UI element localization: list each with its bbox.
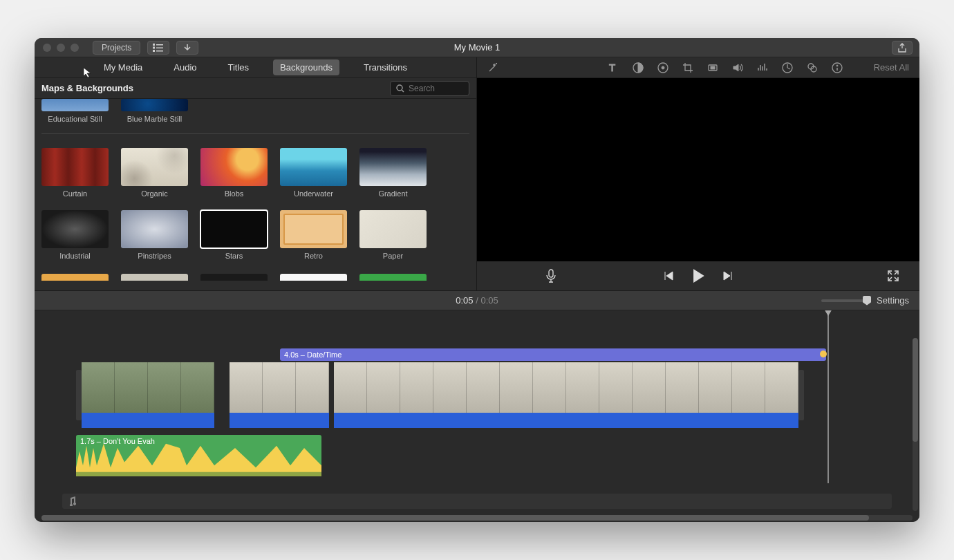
- library-list-icon[interactable]: [147, 41, 169, 55]
- title-clip[interactable]: 4.0s – Date/Time: [280, 348, 826, 361]
- svg-rect-13: [711, 66, 715, 69]
- volume-icon[interactable]: [732, 62, 743, 73]
- browser-section-title: Maps & Backgrounds: [41, 83, 133, 93]
- svg-line-7: [402, 90, 404, 92]
- enhance-wand-icon[interactable]: [487, 62, 498, 73]
- bg-gradient[interactable]: Gradient: [359, 148, 427, 198]
- prev-frame-icon[interactable]: [663, 270, 674, 281]
- waveform-icon: [76, 435, 321, 476]
- tab-audio[interactable]: Audio: [167, 59, 203, 75]
- vertical-scrollbar[interactable]: [913, 338, 918, 511]
- svg-rect-0: [153, 44, 155, 46]
- bg-paper[interactable]: Paper: [359, 210, 427, 260]
- bg-curtain[interactable]: Curtain: [41, 148, 109, 198]
- color-balance-icon[interactable]: [633, 62, 644, 73]
- svg-point-11: [662, 66, 664, 69]
- import-icon[interactable]: [176, 41, 198, 55]
- tab-transitions[interactable]: Transitions: [357, 59, 414, 75]
- playback-controls: [477, 261, 919, 290]
- browser-tabs: My Media Audio Titles Backgrounds Transi…: [35, 57, 476, 78]
- bg-retro[interactable]: Retro: [280, 210, 347, 260]
- zoom-window-icon[interactable]: [71, 44, 79, 52]
- close-window-icon[interactable]: [43, 44, 51, 52]
- tab-backgrounds[interactable]: Backgrounds: [273, 59, 339, 75]
- svg-rect-19: [549, 270, 553, 277]
- audio-clip[interactable]: 1.7s – Don't You Evah: [76, 435, 321, 476]
- svg-point-18: [836, 65, 838, 66]
- media-browser-panel: My Media Audio Titles Backgrounds Transi…: [35, 57, 477, 290]
- backgrounds-grid[interactable]: Educational Still Blue Marble Still Curt…: [35, 99, 476, 290]
- noise-reduction-icon[interactable]: [757, 62, 768, 73]
- horizontal-scrollbar[interactable]: [41, 515, 913, 521]
- viewer-panel: T Reset All: [477, 57, 919, 290]
- adjust-toolbar: T Reset All: [477, 57, 919, 78]
- effects-icon[interactable]: [807, 62, 818, 73]
- speed-icon[interactable]: [782, 62, 793, 73]
- clip-handle-right[interactable]: [798, 370, 804, 420]
- bg-organic[interactable]: Organic: [121, 148, 188, 198]
- timecode-display: 0:05 / 0:05: [456, 295, 498, 306]
- text-adjust-icon[interactable]: T: [608, 62, 619, 73]
- search-icon: [396, 84, 404, 93]
- clip-handle-left[interactable]: [76, 370, 82, 420]
- bg-pinstripes[interactable]: Pinstripes: [121, 210, 188, 260]
- playhead[interactable]: [827, 310, 829, 483]
- titlebar: Projects My Movie 1: [35, 38, 919, 57]
- svg-rect-5: [156, 50, 163, 52]
- reset-all-button[interactable]: Reset All: [874, 62, 909, 73]
- tab-mymedia[interactable]: My Media: [97, 59, 149, 75]
- search-field[interactable]: [390, 81, 469, 96]
- projects-button[interactable]: Projects: [93, 41, 140, 55]
- voiceover-mic-icon[interactable]: [546, 269, 556, 283]
- app-window: Projects My Movie 1 My Media Audio Title…: [35, 38, 919, 522]
- time-ruler[interactable]: 0:05 / 0:05 Settings: [35, 291, 919, 310]
- svg-rect-3: [156, 44, 163, 46]
- music-track-well[interactable]: [62, 494, 892, 509]
- preview-viewer[interactable]: [477, 78, 919, 261]
- search-input[interactable]: [409, 84, 457, 93]
- minimize-window-icon[interactable]: [57, 44, 65, 52]
- svg-point-6: [397, 85, 402, 91]
- svg-rect-4: [156, 47, 163, 48]
- info-icon[interactable]: [832, 62, 843, 73]
- window-controls: [43, 44, 79, 52]
- video-clip-2[interactable]: [230, 362, 329, 428]
- share-button[interactable]: [892, 41, 913, 55]
- bg-educational-still[interactable]: Educational Still: [41, 99, 109, 123]
- play-icon[interactable]: [691, 269, 705, 283]
- timeline[interactable]: 4.0s – Date/Time: [35, 310, 919, 522]
- stabilization-icon[interactable]: [707, 62, 718, 73]
- next-frame-icon[interactable]: [722, 270, 733, 281]
- bg-underwater[interactable]: Underwater: [280, 148, 347, 198]
- svg-rect-2: [153, 50, 155, 52]
- bg-industrial[interactable]: Industrial: [41, 210, 109, 260]
- bg-blue-marble-still[interactable]: Blue Marble Still: [121, 99, 188, 123]
- bg-blobs[interactable]: Blobs: [200, 148, 268, 198]
- fullscreen-icon[interactable]: [888, 270, 899, 281]
- video-clip-1[interactable]: [82, 362, 214, 428]
- window-title: My Movie 1: [454, 42, 500, 53]
- zoom-slider[interactable]: [821, 299, 870, 302]
- settings-button[interactable]: Settings: [877, 295, 909, 306]
- video-clip-3[interactable]: [334, 362, 798, 428]
- bg-stars[interactable]: Stars: [200, 210, 268, 260]
- tab-titles[interactable]: Titles: [221, 59, 256, 75]
- music-note-icon: [68, 496, 76, 506]
- crop-icon[interactable]: [682, 62, 693, 73]
- color-correction-icon[interactable]: [657, 62, 668, 73]
- svg-rect-1: [153, 46, 155, 48]
- svg-text:T: T: [609, 62, 615, 73]
